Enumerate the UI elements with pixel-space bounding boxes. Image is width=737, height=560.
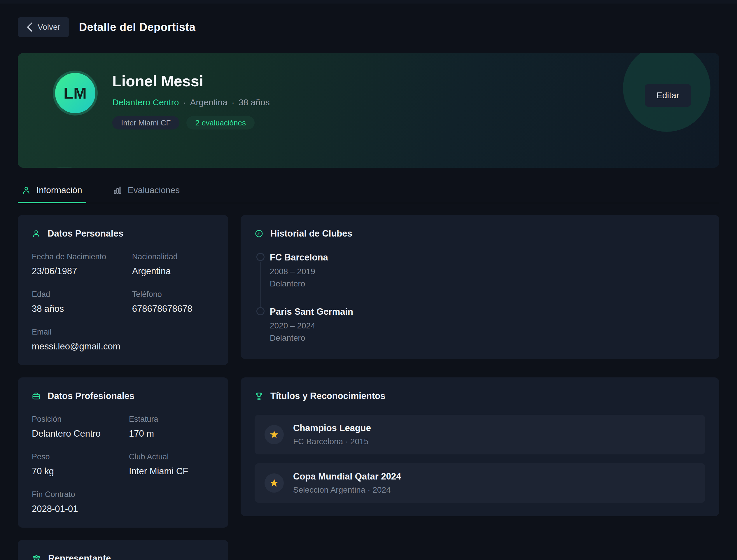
field-label: Fecha de Nacimiento	[32, 252, 120, 261]
card-title: Títulos y Reconocimientos	[270, 391, 385, 401]
user-icon	[22, 186, 31, 195]
star-glyph: ★	[269, 478, 279, 488]
clock-icon	[255, 229, 263, 238]
personal-data-header: Datos Personales	[32, 228, 214, 239]
achievement-text: Champios League FC Barcelona · 2015	[293, 423, 371, 446]
athlete-nationality: Argentina	[190, 97, 227, 107]
club-entry: Paris Sant Germain 2020 – 2024 Delantero	[256, 307, 705, 346]
chevron-left-icon	[27, 22, 33, 32]
hero-text: Lionel Messi Delantero Centro · Argentin…	[112, 71, 270, 129]
achievement-detail: FC Barcelona · 2015	[293, 437, 371, 446]
field: Edad 38 años	[32, 290, 120, 314]
field-label: Nacionalidad	[132, 252, 214, 261]
athlete-age: 38 años	[239, 97, 270, 107]
achievement-item: ★ Copa Mundial Qatar 2024 Seleccion Arge…	[255, 463, 705, 503]
tab-informacion-label: Información	[36, 185, 82, 195]
avatar: LM	[53, 71, 98, 115]
field-label: Peso	[32, 452, 117, 461]
club-history-header: Historial de Clubes	[255, 228, 705, 239]
evaluations-badge: 2 evaluaciónes	[186, 116, 254, 129]
hero-badges: Inter Miami CF 2 evaluaciónes	[112, 116, 270, 129]
tab-bar: Información Evaluaciones	[18, 185, 719, 203]
avatar-initials: LM	[64, 84, 87, 102]
star-icon: ★	[265, 425, 284, 444]
field-value: 2028-01-01	[32, 504, 117, 514]
trophy-icon	[255, 392, 263, 400]
field-label: Estatura	[129, 415, 214, 424]
field-value: 170 m	[129, 428, 214, 439]
field-value: 23/06/1987	[32, 266, 120, 277]
star-glyph: ★	[269, 429, 279, 440]
field: Club Actual Inter Miami CF	[129, 452, 214, 477]
athlete-name: Lionel Messi	[112, 72, 270, 90]
users-icon	[32, 554, 41, 560]
athlete-position: Delantero Centro	[112, 97, 179, 107]
club-badge: Inter Miami CF	[112, 116, 179, 129]
field: Peso 70 kg	[32, 452, 117, 477]
agent-card: Representante Nombre Jorge mendez Agenci…	[18, 540, 228, 560]
club-name: FC Barcelona	[270, 252, 705, 263]
page-header: Volver Detalle del Deportista	[18, 17, 719, 37]
field: Posición Delantero Centro	[32, 415, 117, 439]
achievement-list: ★ Champios League FC Barcelona · 2015 ★ …	[255, 415, 705, 503]
back-button-label: Volver	[38, 22, 60, 32]
page-container: Volver Detalle del Deportista LM Lionel …	[0, 17, 737, 560]
card-title: Datos Personales	[48, 228, 123, 239]
field-label: Fin Contrato	[32, 490, 117, 499]
club-name: Paris Sant Germain	[270, 307, 705, 317]
titles-card: Títulos y Reconocimientos ★ Champios Lea…	[241, 377, 719, 516]
briefcase-icon	[32, 392, 41, 400]
athlete-subtitle: Delantero Centro · Argentina · 38 años	[112, 97, 270, 107]
achievement-name: Copa Mundial Qatar 2024	[293, 471, 401, 482]
user-icon	[32, 229, 41, 238]
athlete-hero-card: LM Lionel Messi Delantero Centro · Argen…	[18, 53, 719, 168]
professional-data-card: Datos Profesionales Posición Delantero C…	[18, 377, 228, 528]
field: Nacionalidad Argentina	[132, 252, 214, 277]
personal-data-card: Datos Personales Fecha de Nacimiento 23/…	[18, 215, 228, 365]
edit-button[interactable]: Editar	[645, 84, 691, 107]
field: Teléfono 678678678678	[132, 290, 214, 314]
personal-fields: Fecha de Nacimiento 23/06/1987 Nacionali…	[32, 252, 214, 352]
club-history-card: Historial de Clubes FC Barcelona 2008 – …	[241, 215, 719, 359]
field-value: 678678678678	[132, 304, 214, 314]
club-period: 2020 – 2024	[270, 321, 705, 330]
tab-informacion[interactable]: Información	[18, 185, 86, 203]
club-role: Delantero	[270, 279, 705, 288]
card-title: Datos Profesionales	[48, 391, 134, 401]
field-label: Club Actual	[129, 452, 214, 461]
achievement-text: Copa Mundial Qatar 2024 Seleccion Argent…	[293, 471, 401, 495]
field-value: 70 kg	[32, 466, 117, 477]
professional-fields: Posición Delantero Centro Estatura 170 m…	[32, 415, 214, 514]
field: Estatura 170 m	[129, 415, 214, 439]
club-period: 2008 – 2019	[270, 267, 705, 276]
field: Fin Contrato 2028-01-01	[32, 490, 117, 514]
star-icon: ★	[265, 473, 284, 493]
field-label: Edad	[32, 290, 120, 299]
club-entry: FC Barcelona 2008 – 2019 Delantero	[256, 252, 705, 307]
separator-dot: ·	[183, 97, 186, 107]
page-title: Detalle del Deportista	[79, 21, 196, 34]
tab-evaluaciones-label: Evaluaciones	[128, 185, 180, 195]
field-value: Inter Miami CF	[129, 466, 214, 477]
card-title: Representante	[48, 553, 111, 560]
hero-content: LM Lionel Messi Delantero Centro · Argen…	[18, 53, 719, 129]
back-button[interactable]: Volver	[18, 17, 69, 37]
tab-evaluaciones[interactable]: Evaluaciones	[109, 185, 184, 203]
field-value: 38 años	[32, 304, 120, 314]
bar-chart-icon	[113, 186, 122, 195]
achievement-item: ★ Champios League FC Barcelona · 2015	[255, 415, 705, 454]
hero-decor-circle-left	[29, 167, 99, 168]
professional-data-header: Datos Profesionales	[32, 391, 214, 401]
field-label: Posición	[32, 415, 117, 424]
achievement-detail: Seleccion Argentina · 2024	[293, 485, 401, 495]
achievement-name: Champios League	[293, 423, 371, 433]
field-value: messi.leo@gmail.com	[32, 341, 120, 352]
club-timeline: FC Barcelona 2008 – 2019 Delantero Paris…	[256, 252, 705, 346]
titles-header: Títulos y Reconocimientos	[255, 391, 705, 401]
field-value: Argentina	[132, 266, 214, 277]
cards-grid: Datos Personales Fecha de Nacimiento 23/…	[18, 215, 719, 560]
field: Fecha de Nacimiento 23/06/1987	[32, 252, 120, 277]
separator-dot: ·	[232, 97, 234, 107]
field: Email messi.leo@gmail.com	[32, 328, 120, 352]
club-role: Delantero	[270, 333, 705, 343]
